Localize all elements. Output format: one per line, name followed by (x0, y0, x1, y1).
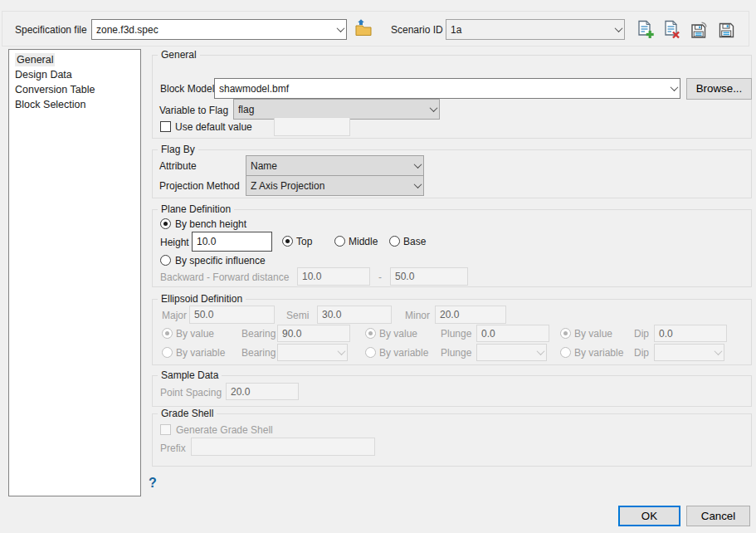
ok-button[interactable]: OK (618, 506, 680, 526)
projection-method-combobox[interactable]: Z Axis Projection (246, 175, 424, 196)
by-specific-influence-radio[interactable] (160, 255, 171, 266)
dip-by-value-radio (560, 328, 571, 339)
plunge-label: Plunge (441, 328, 471, 340)
semi-label: Semi (286, 310, 309, 321)
help-button[interactable]: ? (149, 476, 157, 491)
cancel-button[interactable]: Cancel (686, 506, 750, 526)
flag-by-group (152, 149, 752, 198)
sample-data-group-title: Sample Data (158, 369, 222, 381)
dip-variable-label: Dip (634, 347, 649, 359)
save-scenario-copy-button[interactable] (689, 22, 710, 41)
plane-definition-group-title: Plane Definition (158, 203, 234, 215)
range-separator: - (378, 271, 382, 283)
height-label: Height (160, 237, 189, 248)
scenario-id-combobox[interactable]: 1a (446, 19, 625, 40)
document-x-icon (663, 20, 680, 42)
chevron-down-icon (715, 347, 723, 355)
attribute-value: Name (251, 160, 412, 172)
base-label: Base (403, 236, 426, 247)
prefix-field (191, 438, 375, 456)
plunge-by-value-radio (365, 328, 376, 339)
grade-shell-group-title: Grade Shell (158, 408, 217, 419)
browse-button[interactable]: Browse... (686, 78, 752, 100)
dip-by-variable-label: By variable (574, 347, 623, 359)
bearing-variable-combobox (277, 344, 348, 361)
bearing-by-value-label: By value (176, 328, 214, 340)
bearing-by-variable-label: By variable (176, 347, 225, 359)
height-field[interactable]: 10.0 (192, 232, 272, 252)
plunge-variable-combobox (476, 344, 547, 361)
scenario-id-value: 1a (451, 24, 612, 36)
point-spacing-field: 20.0 (226, 383, 299, 400)
plunge-value-field: 0.0 (476, 325, 549, 342)
save-spec-button[interactable] (716, 22, 737, 41)
flag-by-projection-dialog: { "toolbar": { "spec_file_label": "Speci… (0, 0, 756, 533)
attribute-label: Attribute (159, 160, 197, 172)
flag-by-group-title: Flag By (158, 144, 198, 155)
by-specific-influence-label: By specific influence (175, 255, 266, 266)
plunge-by-variable-radio (365, 347, 376, 358)
base-radio[interactable] (389, 236, 400, 247)
chevron-down-icon (338, 347, 346, 355)
bearing-label: Bearing (241, 328, 276, 340)
floppy-icon (718, 22, 735, 42)
dip-value-field: 0.0 (654, 325, 727, 342)
plunge-by-variable-label: By variable (379, 347, 428, 359)
block-model-combobox[interactable]: shawmodel.bmf (214, 78, 680, 99)
bearing-by-value-radio (162, 328, 173, 339)
dip-by-variable-radio (560, 347, 571, 358)
major-label: Major (162, 310, 187, 321)
semi-field: 30.0 (317, 306, 392, 324)
top-label: Top (296, 236, 312, 247)
variable-to-flag-value: flag (238, 104, 427, 115)
folder-open-icon (354, 18, 373, 40)
chevron-down-icon (671, 83, 679, 91)
delete-scenario-button[interactable] (661, 21, 682, 41)
top-radio[interactable] (282, 236, 293, 247)
chevron-down-icon (537, 347, 545, 355)
generate-grade-shell-label: Generate Grade Shell (176, 424, 273, 436)
chevron-down-icon (414, 180, 422, 188)
general-group-title: General (158, 49, 200, 61)
use-default-value-checkbox[interactable] (160, 121, 171, 132)
spec-file-label: Specification file (15, 24, 87, 36)
plunge-variable-label: Plunge (441, 347, 471, 359)
bearing-variable-label: Bearing (241, 347, 276, 359)
use-default-value-label: Use default value (175, 121, 252, 133)
attribute-combobox[interactable]: Name (246, 155, 424, 176)
new-scenario-button[interactable] (635, 21, 656, 41)
dip-label: Dip (634, 328, 649, 340)
block-model-value: shawmodel.bmf (219, 83, 668, 95)
bearing-value-field: 90.0 (277, 325, 350, 342)
chevron-down-icon (337, 24, 345, 32)
backward-forward-label: Backward - Forward distance (160, 271, 289, 283)
generate-grade-shell-checkbox (160, 424, 171, 435)
sidebar-item-conversion-table[interactable]: Conversion Table (9, 82, 140, 97)
ellipsoid-definition-group-title: Ellipsoid Definition (158, 293, 246, 305)
major-field: 50.0 (189, 306, 275, 324)
minor-field: 20.0 (435, 306, 506, 324)
spec-file-combobox[interactable]: zone.f3d.spec (91, 19, 347, 40)
sidebar-item-block-selection[interactable]: Block Selection (9, 97, 140, 112)
projection-method-value: Z Axis Projection (251, 180, 412, 192)
default-value-field (274, 117, 350, 136)
floppy-copy-icon (690, 22, 708, 42)
section-list: General Design Data Conversion Table Blo… (8, 49, 141, 496)
by-bench-height-radio[interactable] (160, 218, 171, 229)
open-spec-file-button[interactable] (353, 18, 374, 40)
plunge-by-value-label: By value (379, 328, 417, 340)
chevron-down-icon (615, 24, 623, 32)
minor-label: Minor (405, 310, 430, 321)
block-model-label: Block Model (160, 83, 214, 95)
prefix-label: Prefix (160, 443, 186, 454)
point-spacing-label: Point Spacing (160, 387, 222, 399)
sidebar-item-design-data[interactable]: Design Data (9, 67, 140, 82)
chevron-down-icon (430, 104, 438, 112)
projection-method-label: Projection Method (159, 180, 240, 192)
middle-radio[interactable] (334, 236, 345, 247)
sidebar-item-general[interactable]: General (9, 52, 140, 67)
chevron-down-icon (414, 160, 422, 169)
middle-label: Middle (349, 236, 378, 247)
bearing-by-variable-radio (162, 347, 173, 358)
variable-to-flag-label: Variable to Flag (159, 105, 228, 116)
